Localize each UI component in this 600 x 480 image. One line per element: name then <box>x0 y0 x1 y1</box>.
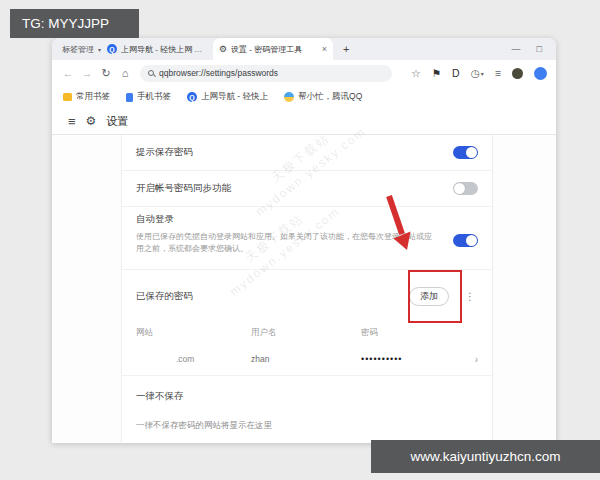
tab-nav-homepage[interactable]: Q 上网导航 - 轻快上网 从这里开始 <box>101 38 213 60</box>
gear-icon: ⚙ <box>86 114 97 128</box>
bookmark-qq-helper[interactable]: 帮小忙，腾讯QQ <box>284 91 362 103</box>
hamburger-icon[interactable]: ≡ <box>68 114 76 129</box>
page-title: 设置 <box>106 114 128 129</box>
tg-watermark-label: TG: MYYJJPP <box>10 9 139 38</box>
phone-icon <box>126 93 133 102</box>
highlight-rectangle <box>408 270 462 323</box>
more-vertical-icon[interactable]: ⋮ <box>465 291 475 302</box>
gear-icon: ⚙ <box>219 44 227 54</box>
history-button[interactable]: ◷ ▾ <box>471 67 484 79</box>
tab-strip: 标签管理 ▾ Q 上网导航 - 轻快上网 从这里开始 ⚙ 设置 - 密码管理工具… <box>52 38 556 60</box>
sidebar-toggle-icon[interactable] <box>534 67 547 80</box>
folder-icon <box>63 93 72 101</box>
tab-close-icon[interactable]: × <box>322 44 327 54</box>
red-arrow-annotation <box>383 192 425 260</box>
history-clock-icon: ◷ <box>471 67 480 79</box>
address-bar[interactable]: qqbrowser://settings/passwords <box>140 65 392 82</box>
forward-icon[interactable]: → <box>80 67 94 79</box>
toggle-knob <box>466 147 477 158</box>
toggle-knob <box>466 235 477 246</box>
home-icon[interactable]: ⌂ <box>118 67 132 79</box>
toggle-knob <box>454 183 465 194</box>
menu-icon[interactable]: ≡ <box>495 67 501 79</box>
downloads-icon[interactable]: D <box>452 67 460 79</box>
window-minimize-button[interactable]: — <box>512 44 521 54</box>
password-cell: •••••••••• <box>361 354 403 364</box>
tabstrip-spacer <box>349 38 511 60</box>
bookmark-label: 常用书签 <box>76 91 110 103</box>
save-prompt-toggle[interactable] <box>453 146 478 159</box>
password-table-row[interactable]: .com zhan •••••••••• › <box>122 343 492 376</box>
username-cell: zhan <box>251 354 361 364</box>
site-cell: .com <box>136 354 251 364</box>
settings-header: ≡ ⚙ 设置 <box>52 108 556 135</box>
sync-toggle[interactable] <box>453 182 478 195</box>
chevron-right-icon[interactable]: › <box>475 354 478 365</box>
bookmarks-bar: 常用书签 手机书签 Q 上网导航 - 轻快上 帮小忙，腾讯QQ <box>52 86 556 108</box>
never-save-description: 一律不保存密码的网站将显示在这里 <box>136 420 478 432</box>
never-save-section: 一律不保存 一律不保存密码的网站将显示在这里 <box>122 376 492 432</box>
back-icon[interactable]: ← <box>61 67 75 79</box>
bookmark-star-icon[interactable]: ☆ <box>411 67 420 79</box>
caret-down-icon: ▾ <box>481 70 484 77</box>
column-site: 网站 <box>136 327 251 339</box>
flag-icon[interactable]: ⚑ <box>432 67 441 79</box>
never-save-title: 一律不保存 <box>136 390 478 403</box>
bookmark-label: 上网导航 - 轻快上 <box>201 91 268 103</box>
q-logo-icon: Q <box>187 92 197 102</box>
bookmark-label: 帮小忙，腾讯QQ <box>298 91 362 103</box>
tab-label: 上网导航 - 轻快上网 从这里开始 <box>121 44 207 55</box>
auto-login-toggle[interactable] <box>453 234 478 247</box>
tab-manager-label: 标签管理 <box>62 44 94 55</box>
q-logo-icon: Q <box>107 44 117 54</box>
content-right-margin <box>493 135 556 443</box>
window-maximize-button[interactable]: □ <box>537 44 542 54</box>
bookmark-nav[interactable]: Q 上网导航 - 轻快上 <box>187 91 268 103</box>
url-text: qqbrowser://settings/passwords <box>159 68 278 78</box>
column-username: 用户名 <box>251 327 361 339</box>
column-password: 密码 <box>361 327 478 339</box>
site-watermark-label: www.kaiyuntiyuzhcn.com <box>371 440 600 473</box>
reload-icon[interactable]: ↻ <box>99 67 113 80</box>
bookmark-label: 手机书签 <box>137 91 171 103</box>
browser-toolbar: ← → ↻ ⌂ qqbrowser://settings/passwords ☆… <box>52 60 556 86</box>
saved-passwords-title: 已保存的密码 <box>136 290 409 303</box>
bookmark-mobile[interactable]: 手机书签 <box>126 91 171 103</box>
search-icon <box>148 70 154 76</box>
tab-label: 设置 - 密码管理工具 <box>231 44 318 55</box>
password-table-header: 网站 用户名 密码 <box>122 323 492 343</box>
penguin-icon <box>284 92 294 102</box>
content-left-margin <box>52 135 122 443</box>
bookmark-common[interactable]: 常用书签 <box>63 91 110 103</box>
avatar[interactable] <box>512 68 523 79</box>
tab-manager-button[interactable]: 标签管理 ▾ <box>62 38 101 60</box>
tab-settings-passwords[interactable]: ⚙ 设置 - 密码管理工具 × <box>213 38 333 60</box>
